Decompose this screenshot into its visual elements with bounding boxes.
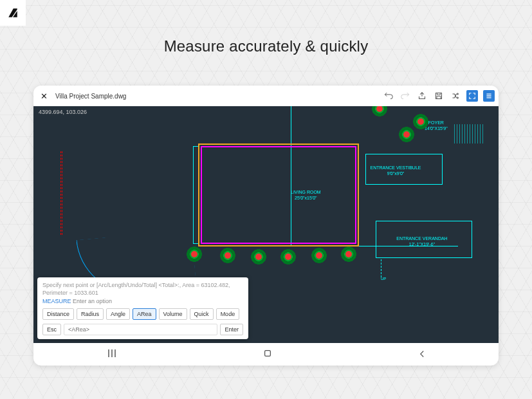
titlebar: ✕ Villa Project Sample.dwg [33, 86, 499, 106]
device-nav-bar [33, 343, 499, 366]
device-frame: ✕ Villa Project Sample.dwg 4399.694, 103… [33, 86, 499, 366]
option-angle[interactable]: Angle [106, 308, 130, 320]
tree-icon [399, 127, 414, 142]
tree-icon [187, 246, 202, 262]
svg-rect-3 [264, 351, 270, 357]
room-label-living: LIVING ROOM25'0"x15'0" [291, 190, 321, 201]
option-volume[interactable]: Volume [159, 308, 187, 320]
command-panel: Specify next point or [Arc/Length/Undo/T… [37, 277, 248, 339]
path-line [381, 259, 382, 277]
enter-button[interactable]: Enter [220, 324, 243, 335]
option-radius[interactable]: Radius [77, 308, 104, 320]
hatch-pattern [454, 124, 485, 144]
svg-rect-1 [437, 93, 441, 95]
command-prompt-line: Specify next point or [Arc/Length/Undo/T… [42, 281, 243, 297]
undo-icon[interactable] [383, 90, 394, 102]
room-label-verandah: ENTRANCE VERANDAH12'-1"X19'-6" [390, 236, 454, 248]
file-name: Villa Project Sample.dwg [55, 93, 126, 100]
room-label-vestibule: ENTRANCE VESTIBULE9'0"x9'0" [367, 165, 425, 177]
command-options: Distance Radius Angle ARea Volume Quick … [42, 308, 243, 320]
save-icon[interactable] [433, 90, 445, 102]
svg-rect-2 [437, 97, 441, 99]
tree-icon [341, 246, 356, 262]
nav-back-icon[interactable] [418, 349, 426, 360]
shuffle-icon[interactable] [450, 90, 461, 102]
room-boundary [201, 146, 356, 244]
datum-line [60, 151, 62, 235]
command-name: MEASURE [42, 298, 71, 304]
menu-icon[interactable] [483, 90, 495, 102]
tree-icon [372, 106, 387, 116]
option-quick[interactable]: Quick [190, 308, 214, 320]
tree-icon [413, 114, 428, 129]
drawing-canvas[interactable]: 4399.694, 103.026 LIVING ROOM25'0"x15'0"… [33, 106, 499, 343]
close-icon[interactable]: ✕ [37, 91, 50, 101]
share-icon[interactable] [416, 90, 428, 102]
tree-icon [280, 249, 296, 264]
nav-home-icon[interactable] [263, 349, 272, 360]
command-subtext: Enter an option [73, 298, 112, 304]
tagline: Measure accurately & quickly [0, 37, 532, 55]
expand-icon[interactable] [466, 90, 478, 102]
command-input[interactable] [64, 324, 217, 335]
option-area[interactable]: ARea [133, 308, 156, 320]
autodesk-logo [0, 0, 26, 26]
stair-label-up: UP [381, 277, 386, 282]
option-distance[interactable]: Distance [42, 308, 74, 320]
tree-icon [220, 248, 235, 263]
esc-button[interactable]: Esc [42, 324, 61, 335]
tree-icon [251, 249, 266, 264]
autodesk-logo-icon [7, 7, 19, 19]
cursor-coords: 4399.694, 103.026 [39, 109, 87, 115]
tree-icon [311, 248, 327, 263]
option-mode[interactable]: Mode [216, 308, 240, 320]
nav-recents-icon[interactable] [107, 348, 117, 360]
redo-icon[interactable] [399, 90, 411, 102]
